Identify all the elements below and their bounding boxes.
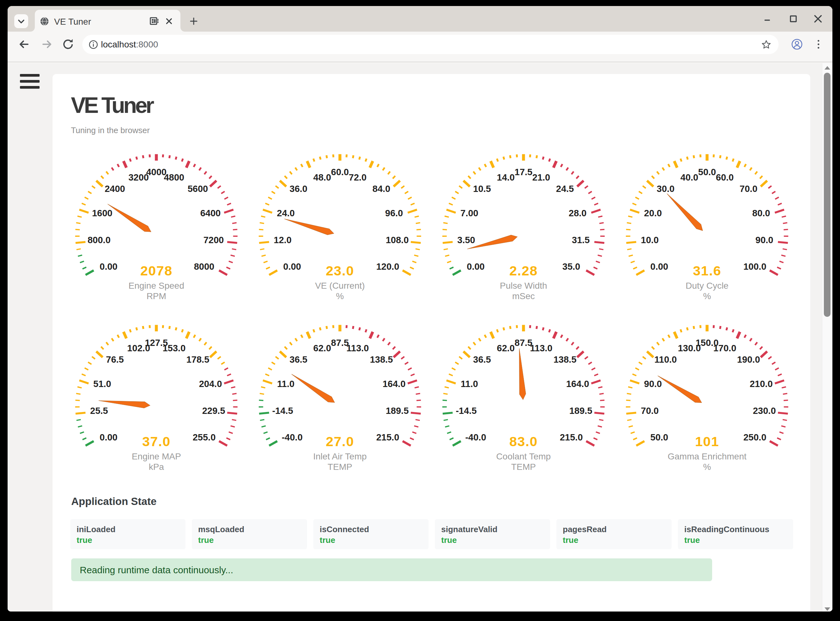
svg-text:Inlet Air Temp: Inlet Air Temp <box>313 451 366 461</box>
svg-text:96.0: 96.0 <box>385 208 403 218</box>
svg-text:90.0: 90.0 <box>644 379 662 389</box>
svg-text:24.5: 24.5 <box>556 184 574 194</box>
svg-text:TEMP: TEMP <box>328 462 352 472</box>
svg-text:Engine Speed: Engine Speed <box>129 281 184 291</box>
svg-text:0.00: 0.00 <box>283 262 301 272</box>
svg-text:120.0: 120.0 <box>376 262 399 272</box>
svg-text:Pulse Width: Pulse Width <box>500 281 547 291</box>
svg-text:230.0: 230.0 <box>753 406 776 416</box>
svg-text:83.0: 83.0 <box>509 434 538 449</box>
svg-text:10.5: 10.5 <box>473 184 491 194</box>
svg-text:2.28: 2.28 <box>509 263 538 278</box>
svg-text:50.0: 50.0 <box>698 167 716 177</box>
svg-text:12.0: 12.0 <box>274 235 292 245</box>
svg-text:215.0: 215.0 <box>560 432 583 442</box>
svg-text:72.0: 72.0 <box>349 172 366 182</box>
svg-text:164.0: 164.0 <box>383 379 406 389</box>
svg-text:Duty Cycle: Duty Cycle <box>685 281 728 291</box>
svg-text:4800: 4800 <box>164 172 185 182</box>
svg-text:138.5: 138.5 <box>554 354 577 365</box>
svg-text:2078: 2078 <box>140 263 173 278</box>
svg-text:-40.0: -40.0 <box>465 432 486 442</box>
svg-text:8000: 8000 <box>194 262 214 272</box>
svg-text:31.6: 31.6 <box>693 263 721 278</box>
svg-text:229.5: 229.5 <box>202 406 225 416</box>
svg-text:164.0: 164.0 <box>566 379 589 389</box>
svg-text:VE (Current): VE (Current) <box>315 281 365 291</box>
svg-text:189.5: 189.5 <box>386 406 409 416</box>
svg-text:110.0: 110.0 <box>655 354 677 365</box>
svg-text:0.00: 0.00 <box>467 262 485 272</box>
svg-text:170.0: 170.0 <box>713 343 737 353</box>
svg-text:24.0: 24.0 <box>277 208 295 218</box>
svg-text:11.0: 11.0 <box>461 379 478 389</box>
svg-text:36.0: 36.0 <box>290 184 307 194</box>
svg-text:255.0: 255.0 <box>193 432 216 442</box>
svg-text:84.0: 84.0 <box>372 184 390 194</box>
svg-text:37.0: 37.0 <box>142 434 170 449</box>
svg-text:40.0: 40.0 <box>681 172 698 182</box>
svg-text:100.0: 100.0 <box>743 262 767 272</box>
svg-text:76.5: 76.5 <box>106 354 124 365</box>
svg-text:30.0: 30.0 <box>657 184 674 194</box>
svg-text:178.5: 178.5 <box>187 354 210 365</box>
svg-text:31.5: 31.5 <box>572 235 589 245</box>
svg-text:48.0: 48.0 <box>313 172 331 182</box>
svg-text:800.0: 800.0 <box>88 235 111 245</box>
svg-text:62.0: 62.0 <box>497 343 515 353</box>
svg-text:Engine MAP: Engine MAP <box>132 451 181 461</box>
svg-text:TEMP: TEMP <box>511 462 536 472</box>
svg-text:20.0: 20.0 <box>644 208 662 218</box>
svg-text:Gamma Enrichment: Gamma Enrichment <box>668 451 747 461</box>
svg-text:113.0: 113.0 <box>346 343 369 353</box>
svg-text:108.0: 108.0 <box>386 235 409 245</box>
svg-text:kPa: kPa <box>149 462 164 472</box>
svg-text:%: % <box>336 291 344 301</box>
svg-text:60.0: 60.0 <box>716 172 734 182</box>
svg-text:21.0: 21.0 <box>532 172 550 182</box>
svg-text:0.00: 0.00 <box>100 432 117 442</box>
svg-text:%: % <box>703 291 711 301</box>
svg-text:%: % <box>703 462 711 472</box>
svg-text:17.5: 17.5 <box>515 167 532 177</box>
svg-text:23.0: 23.0 <box>326 263 354 278</box>
svg-text:28.0: 28.0 <box>569 208 586 218</box>
svg-text:204.0: 204.0 <box>199 379 222 389</box>
svg-text:0.00: 0.00 <box>100 262 117 272</box>
svg-text:RPM: RPM <box>147 291 166 301</box>
svg-text:-14.5: -14.5 <box>272 406 293 416</box>
svg-text:210.0: 210.0 <box>750 379 773 389</box>
svg-text:6400: 6400 <box>201 208 221 218</box>
svg-text:70.0: 70.0 <box>740 184 757 194</box>
svg-text:60.0: 60.0 <box>331 167 349 177</box>
svg-text:-14.5: -14.5 <box>456 406 477 416</box>
svg-text:250.0: 250.0 <box>743 432 767 442</box>
svg-text:113.0: 113.0 <box>530 343 553 353</box>
svg-text:189.5: 189.5 <box>570 406 592 416</box>
svg-text:70.0: 70.0 <box>641 406 659 416</box>
svg-text:50.0: 50.0 <box>650 432 668 442</box>
svg-text:3200: 3200 <box>129 172 149 182</box>
svg-text:101: 101 <box>695 434 719 449</box>
svg-text:1600: 1600 <box>92 208 113 218</box>
svg-text:215.0: 215.0 <box>376 432 399 442</box>
svg-text:Coolant Temp: Coolant Temp <box>496 451 551 461</box>
svg-text:mSec: mSec <box>512 291 535 301</box>
svg-text:11.0: 11.0 <box>277 379 295 389</box>
svg-text:3.50: 3.50 <box>457 235 475 245</box>
svg-text:36.5: 36.5 <box>290 354 307 365</box>
svg-text:2400: 2400 <box>105 184 125 194</box>
svg-text:27.0: 27.0 <box>326 434 354 449</box>
svg-text:14.0: 14.0 <box>497 172 515 182</box>
svg-text:7200: 7200 <box>204 235 224 245</box>
svg-text:35.0: 35.0 <box>562 262 580 272</box>
svg-text:190.0: 190.0 <box>737 354 760 365</box>
svg-text:51.0: 51.0 <box>93 379 111 389</box>
svg-text:0.00: 0.00 <box>650 262 668 272</box>
svg-text:80.0: 80.0 <box>752 208 770 218</box>
svg-text:36.5: 36.5 <box>473 354 491 365</box>
svg-text:153.0: 153.0 <box>163 343 186 353</box>
svg-text:5600: 5600 <box>188 184 208 194</box>
svg-text:25.5: 25.5 <box>90 406 108 416</box>
svg-text:10.0: 10.0 <box>641 235 659 245</box>
